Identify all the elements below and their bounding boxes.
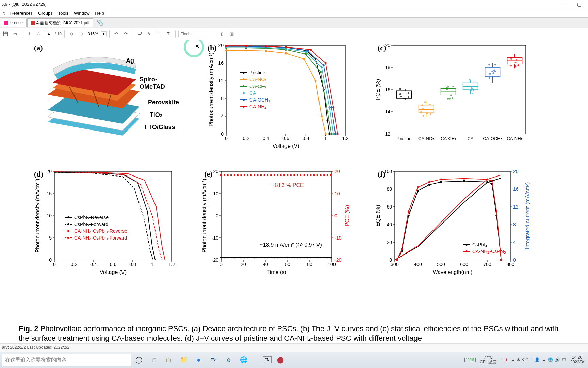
find-input[interactable] bbox=[178, 31, 212, 37]
layout-single-icon[interactable]: ▯ bbox=[218, 30, 226, 38]
highlight-icon[interactable]: ✎ bbox=[145, 30, 153, 38]
svg-point-94 bbox=[243, 85, 245, 87]
tray-chevron-icon[interactable]: ˄ bbox=[501, 357, 503, 362]
battery-indicator[interactable]: 100% bbox=[464, 358, 476, 362]
menu-tools[interactable]: Tools bbox=[55, 10, 71, 16]
device-label-fto: FTO/Glass bbox=[145, 124, 175, 131]
svg-point-272 bbox=[227, 174, 229, 176]
svg-text:60: 60 bbox=[387, 204, 392, 210]
rotate-left-icon[interactable]: ↶ bbox=[112, 30, 120, 38]
svg-point-191 bbox=[510, 65, 512, 66]
toolbar: 💾 ✉ ⇧ ⇩ / 10 ⊖ ⊕ 316% ▾ ↶ ↷ 🗨 ✎ U Ŧ ▯ ▥ bbox=[0, 28, 588, 40]
task-explorer-icon[interactable]: 🗂 bbox=[163, 354, 175, 366]
menu-first-clipped[interactable]: t bbox=[1, 10, 7, 16]
svg-point-293 bbox=[297, 174, 298, 176]
tray-temp2[interactable]: ❄ 8°C bbox=[517, 357, 528, 362]
svg-text:CA-NH₂-CsPbI₃: CA-NH₂-CsPbI₃ bbox=[472, 249, 506, 254]
svg-point-223 bbox=[67, 216, 69, 218]
note-icon[interactable]: 🗨 bbox=[136, 30, 144, 38]
tab-reference-label: ference bbox=[9, 20, 23, 25]
svg-point-294 bbox=[300, 174, 302, 176]
attachment-icon[interactable]: 📎 bbox=[94, 18, 106, 27]
prev-page-icon[interactable]: ⇧ bbox=[25, 30, 33, 38]
tray-clock[interactable]: 14:262022/3/ bbox=[568, 355, 586, 364]
svg-text:CA-NO₂: CA-NO₂ bbox=[418, 136, 434, 141]
svg-text:0.2: 0.2 bbox=[243, 136, 250, 141]
tray-onedrive-icon[interactable]: ☁ bbox=[511, 357, 515, 362]
task-lang-icon[interactable]: EN bbox=[263, 356, 272, 363]
task-app1-icon[interactable]: ● bbox=[193, 354, 205, 366]
svg-point-307 bbox=[230, 257, 232, 258]
svg-text:-20: -20 bbox=[334, 257, 341, 263]
strikethrough-icon[interactable]: Ŧ bbox=[164, 30, 173, 38]
tab-reference[interactable]: ference bbox=[0, 19, 27, 27]
layout-continuous-icon[interactable]: ▥ bbox=[228, 30, 236, 38]
menu-groups[interactable]: Groups bbox=[35, 10, 55, 16]
tray-chevron-icon-2[interactable]: ˄ bbox=[530, 357, 533, 362]
task-edge-icon[interactable]: 🌐 bbox=[238, 354, 250, 366]
save-icon[interactable]: 💾 bbox=[1, 30, 10, 38]
svg-point-330 bbox=[307, 257, 308, 258]
svg-point-193 bbox=[514, 62, 516, 63]
task-view-icon[interactable]: ⧉ bbox=[148, 354, 160, 366]
svg-point-279 bbox=[250, 174, 252, 176]
svg-point-124 bbox=[405, 89, 406, 91]
menu-help[interactable]: Help bbox=[92, 10, 107, 16]
svg-point-137 bbox=[421, 104, 423, 106]
minimize-button[interactable]: — bbox=[559, 2, 572, 7]
zoom-dropdown[interactable]: ▾ bbox=[101, 31, 107, 36]
svg-point-311 bbox=[244, 257, 245, 258]
underline-icon[interactable]: U bbox=[155, 30, 163, 38]
svg-text:CA: CA bbox=[249, 90, 256, 96]
svg-point-273 bbox=[230, 174, 232, 176]
svg-point-180 bbox=[489, 73, 491, 75]
tray-cpu-temp[interactable]: 77°CCPU温度 bbox=[478, 355, 499, 364]
email-icon[interactable]: ✉ bbox=[11, 30, 19, 38]
tab-pdf[interactable]: 4-氨基肉桂酸 JMCA 2021.pdf bbox=[27, 18, 93, 27]
task-store-icon[interactable]: 🛍 bbox=[208, 354, 220, 366]
svg-rect-105 bbox=[393, 45, 526, 134]
svg-text:20: 20 bbox=[385, 43, 390, 48]
svg-point-164 bbox=[471, 86, 473, 88]
tray-ime-icon[interactable]: 中 bbox=[562, 357, 566, 363]
pdf-viewport[interactable]: (a) (b) (c) (d) (e) (f) ↖ Ag Spiro-OMeTA… bbox=[0, 40, 588, 343]
zoom-out-icon[interactable]: ⊖ bbox=[67, 30, 76, 38]
tray-network-icon[interactable]: 🌐 bbox=[548, 357, 553, 362]
svg-text:20: 20 bbox=[218, 43, 224, 48]
svg-point-148 bbox=[452, 97, 453, 99]
next-page-icon[interactable]: ⇩ bbox=[34, 30, 43, 38]
svg-point-333 bbox=[316, 257, 318, 258]
cursor-icon: ↖ bbox=[196, 44, 200, 49]
svg-point-175 bbox=[492, 72, 494, 74]
tray-weather-icon[interactable]: 🌡 bbox=[505, 357, 509, 362]
svg-text:1: 1 bbox=[324, 136, 327, 141]
task-folder-icon[interactable]: 📁 bbox=[178, 354, 190, 366]
zoom-in-icon[interactable]: ⊕ bbox=[77, 30, 85, 38]
svg-point-83 bbox=[310, 49, 312, 51]
svg-point-136 bbox=[420, 111, 422, 113]
taskbar-search[interactable]: 在这里输入你要搜索的内容 bbox=[2, 354, 131, 366]
rotate-right-icon[interactable]: ↷ bbox=[122, 30, 130, 38]
task-endnote-icon[interactable]: ⬤ bbox=[274, 354, 287, 366]
maximize-button[interactable]: ▢ bbox=[572, 2, 586, 7]
svg-text:20: 20 bbox=[513, 169, 519, 174]
menu-window[interactable]: Window bbox=[71, 10, 92, 16]
svg-point-312 bbox=[247, 257, 249, 258]
svg-point-299 bbox=[316, 174, 318, 176]
task-circle-icon[interactable]: ◯ bbox=[133, 354, 145, 366]
task-edge-legacy-icon[interactable]: e bbox=[223, 354, 235, 366]
tray-cloud-icon[interactable]: ☁ bbox=[542, 357, 546, 362]
svg-point-296 bbox=[307, 174, 308, 176]
svg-text:80: 80 bbox=[307, 262, 312, 267]
tab-pdf-label: 4-氨基肉桂酸 JMCA 2021.pdf bbox=[36, 20, 89, 26]
svg-point-49 bbox=[265, 50, 267, 52]
page-input[interactable] bbox=[44, 31, 53, 37]
svg-point-324 bbox=[287, 257, 289, 258]
svg-text:16: 16 bbox=[513, 186, 519, 192]
menu-references[interactable]: References bbox=[7, 10, 35, 16]
tray-volume-icon[interactable]: 🔊 bbox=[555, 357, 560, 362]
tabbar: ference 4-氨基肉桂酸 JMCA 2021.pdf 📎 bbox=[0, 18, 588, 28]
svg-text:CA-NO₂: CA-NO₂ bbox=[249, 77, 267, 82]
svg-point-322 bbox=[280, 257, 282, 258]
tray-people-icon[interactable]: 👤 bbox=[535, 357, 540, 362]
